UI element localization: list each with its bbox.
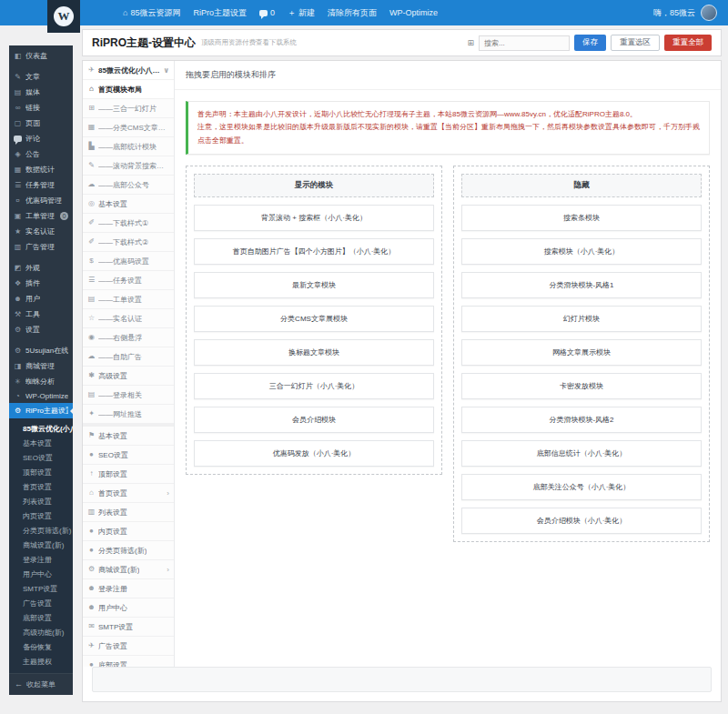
settings-nav-slider-3in1[interactable]: ⊞——三合一幻灯片 (83, 99, 174, 118)
submenu-item[interactable]: 列表设置 (9, 494, 73, 508)
sidebar-item-pages[interactable]: ▢页面 (9, 116, 73, 131)
settings-nav-list-setting[interactable]: ▥列表设置 (83, 503, 174, 522)
settings-nav-ticket-setting[interactable]: ▤——工单设置 (83, 290, 174, 309)
module-item[interactable]: 卡密发放模块 (461, 373, 702, 399)
adminbar-item-purge-all-pages[interactable]: 清除所有页面 (328, 7, 377, 19)
settings-nav-cms-module[interactable]: ▦——分类CMS文章模块 (83, 118, 174, 137)
sidebar-item-tools[interactable]: ⚒工具 (9, 307, 73, 322)
module-item[interactable]: 分类滑块模块-风格1 (461, 272, 702, 298)
module-item[interactable]: 分类滑块模块-风格2 (461, 407, 702, 433)
sidebar-item-announcements[interactable]: ◈公告 (9, 146, 73, 162)
settings-nav-register-setting[interactable]: ☻登录注册 (83, 579, 174, 598)
sidebar-item-links[interactable]: ∞链接 (9, 100, 73, 116)
settings-nav-scroll-search[interactable]: ✎——滚动背景搜索模块 (83, 156, 174, 176)
settings-nav-footer-wechat[interactable]: ☁——底部公众号 (83, 176, 174, 195)
sidebar-item-ads[interactable]: ▥广告管理 (9, 239, 73, 255)
sidebar-item-appearance[interactable]: ◩外观 (9, 260, 73, 276)
submenu-item[interactable]: 分类页筛选(新) (9, 523, 73, 538)
module-item[interactable]: 背景滚动 + 搜索框（小八·美化） (194, 205, 434, 231)
sidebar-item-settings[interactable]: ⚙设置 (9, 322, 73, 337)
settings-nav-basic-setting[interactable]: ⚑基本设置 (83, 424, 174, 446)
submenu-item[interactable]: SMTP设置 (9, 581, 73, 596)
settings-nav-self-ad[interactable]: ☁——自助广告 (83, 347, 174, 367)
sidebar-item-customer-service[interactable]: ⚙5Usujian在线客服 (9, 343, 73, 358)
settings-nav-coupon-setting[interactable]: $——优惠码设置 (83, 252, 174, 271)
settings-nav-float-right[interactable]: ◉——右侧悬浮 (83, 328, 174, 347)
module-item[interactable]: 网格文章展示模块 (461, 339, 702, 366)
sidebar-item-wp-optimize[interactable]: ◔WP-Optimize (9, 389, 73, 403)
submenu-item[interactable]: 商城设置(新) (9, 538, 73, 552)
submenu-item[interactable]: 基本设置 (9, 436, 73, 450)
expand-all-icon[interactable]: ⊞ (467, 38, 474, 47)
sidebar-item-posts[interactable]: ✎文章 (9, 69, 73, 85)
settings-nav-seo-setting[interactable]: ●SEO设置 (83, 446, 174, 465)
settings-nav-verify-setting[interactable]: ☆——实名认证 (83, 309, 174, 328)
settings-nav-inner-setting[interactable]: ●内页设置 (83, 522, 174, 541)
settings-nav-home-setting[interactable]: ⌂首页设置› (83, 484, 174, 503)
reset-all-button[interactable]: 重置全部 (664, 35, 712, 51)
settings-nav-footer-setting[interactable]: ●底部设置 (83, 656, 174, 667)
submenu-item[interactable]: 85微云优化(小八主题) (9, 421, 73, 436)
module-item[interactable]: 优惠码发放（小八·美化） (194, 440, 434, 467)
settings-nav-url-push[interactable]: ✦——网址推送 (83, 405, 174, 424)
collapse-menu-button[interactable]: ← 收起菜单 (9, 673, 73, 695)
settings-nav-top-setting[interactable]: ↑顶部设置 (83, 465, 174, 484)
sidebar-item-shop-manage[interactable]: ◨商城管理 (9, 358, 73, 374)
sidebar-item-verification[interactable]: ★实名认证 (9, 224, 73, 239)
settings-nav-smtp-setting[interactable]: ✉SMTP设置 (83, 618, 174, 637)
settings-nav-advanced-sub[interactable]: ✱高级设置 (83, 367, 174, 386)
reset-section-button[interactable]: 重置选区 (611, 35, 660, 51)
submenu-item[interactable]: 主题授权 (9, 654, 73, 669)
sidebar-item-coupons[interactable]: ¤优惠码管理 (9, 193, 73, 208)
settings-nav-usercenter-setting[interactable]: ☻用户中心 (83, 598, 174, 618)
submenu-item[interactable]: 首页设置 (9, 479, 73, 494)
submenu-item[interactable]: 顶部设置 (9, 465, 73, 479)
sidebar-item-comments[interactable]: 评论 (9, 131, 73, 146)
module-item[interactable]: 分类CMS文章展模块 (194, 306, 434, 332)
submenu-item[interactable]: 广告设置 (9, 596, 73, 610)
module-item[interactable]: 换标题文章模块 (194, 339, 434, 366)
submenu-item[interactable]: 底部设置 (9, 610, 73, 625)
adminbar-item-comments-count[interactable]: 0 (259, 8, 275, 17)
module-item[interactable]: 搜索条模块 (461, 205, 702, 231)
sidebar-item-ripro-settings[interactable]: ⚙RiPro主题设置 (9, 403, 73, 418)
submenu-item[interactable]: 登录注册 (9, 552, 73, 567)
settings-nav-login-related[interactable]: ▤——登录相关 (83, 386, 174, 405)
settings-nav-group-85wy[interactable]: ✈85微云优化(小八主题)∨ (83, 61, 174, 80)
submenu-item[interactable]: 内页设置 (9, 508, 73, 523)
sidebar-item-media[interactable]: ▤媒体 (9, 85, 73, 100)
module-item[interactable]: 首页自助图片广告【四个小方图片】（小八·美化） (194, 238, 434, 265)
submenu-item[interactable]: 备份恢复 (9, 639, 73, 654)
adminbar-item-wp-optimize[interactable]: WP-Optimize (389, 8, 438, 17)
module-item[interactable]: 会员介绍模块（小八·美化） (461, 508, 702, 534)
module-item[interactable]: 搜索模块（小八·美化） (461, 238, 702, 265)
module-item[interactable]: 最新文章模块 (194, 272, 434, 298)
module-item[interactable]: 幻灯片模块 (461, 306, 702, 332)
wordpress-logo-tile[interactable]: W (47, 0, 80, 33)
module-item[interactable]: 底部信息统计（小八·美化） (461, 440, 702, 467)
submenu-item[interactable]: SEO设置 (9, 450, 73, 465)
sidebar-item-dashboard[interactable]: ◧仪表盘 (9, 48, 73, 64)
adminbar-item-site-name[interactable]: ⌂85微云资源网 (123, 7, 180, 19)
settings-nav-basic-sub[interactable]: ◎基本设置 (83, 195, 174, 214)
settings-nav-ad-setting[interactable]: ✈广告设置 (83, 637, 174, 656)
settings-nav-footer-stats[interactable]: ▙——底部统计模块 (83, 137, 174, 156)
settings-nav-download-style-1[interactable]: ✐——下载样式① (83, 214, 174, 233)
settings-nav-task-setting[interactable]: ☰——任务设置 (83, 271, 174, 290)
module-item[interactable]: 会员介绍模块 (194, 407, 434, 433)
module-item[interactable]: 三合一幻灯片（小八·美化） (194, 373, 434, 399)
settings-nav-shop-setting[interactable]: ⚙商城设置(新)› (83, 560, 174, 579)
sidebar-item-tickets[interactable]: ▣工单管理0 (9, 208, 73, 224)
sidebar-item-plugins[interactable]: ❖插件 (9, 276, 73, 291)
admin-bar-account[interactable]: 嗨，85微云 (653, 5, 717, 21)
save-button[interactable]: 保存 (574, 35, 606, 51)
sidebar-item-users[interactable]: ☻用户 (9, 291, 73, 307)
avatar[interactable] (701, 5, 717, 21)
settings-nav-download-style-2[interactable]: ✐——下载样式② (83, 233, 174, 252)
sidebar-item-statistics[interactable]: ▦数据统计 (9, 162, 73, 177)
search-input[interactable] (479, 35, 570, 51)
submenu-item[interactable]: 高级功能(新) (9, 625, 73, 639)
settings-nav-filter-setting[interactable]: ●分类页筛选(新) (83, 541, 174, 560)
submenu-item[interactable]: 用户中心 (9, 567, 73, 581)
module-item[interactable]: 底部关注公众号（小八·美化） (461, 474, 702, 500)
